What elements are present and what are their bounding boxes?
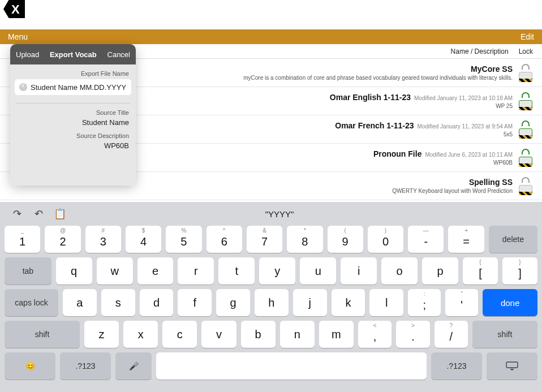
key-m[interactable]: m — [319, 321, 354, 348]
key-1[interactable]: _1 — [5, 226, 40, 253]
key-o[interactable]: o — [381, 257, 418, 285]
key-bracket[interactable]: {[ — [463, 257, 498, 285]
key-q[interactable]: q — [56, 257, 92, 285]
key-=[interactable]: += — [448, 226, 484, 253]
key-e[interactable]: e — [137, 257, 174, 285]
capslock-key[interactable]: caps lock — [5, 289, 58, 316]
key-n[interactable]: n — [280, 321, 315, 348]
lock-icon — [518, 177, 533, 195]
key-t[interactable]: t — [218, 257, 255, 285]
file-title: Spelling SS — [392, 178, 513, 187]
key-punct[interactable]: >. — [396, 321, 429, 348]
key-z[interactable]: z — [84, 321, 119, 348]
title-bar: Menu Edit — [0, 29, 542, 44]
key-h[interactable]: h — [255, 289, 289, 316]
export-filename-input[interactable]: Student Name MM.DD.YYYY — [15, 79, 131, 95]
shift-key-right[interactable]: shift — [472, 321, 537, 348]
file-title: Omar French 1-11-23Modified January 11, … — [335, 121, 513, 130]
emoji-key[interactable]: 😊 — [5, 352, 55, 380]
file-description: WP 25 — [330, 103, 513, 109]
key-x[interactable]: x — [123, 321, 158, 348]
file-modified: Modified January 11, 2023 at 9:54 AM — [418, 123, 513, 130]
key-g[interactable]: g — [216, 289, 250, 316]
key-punct[interactable]: ?/ — [435, 321, 468, 348]
undo-icon[interactable]: ↶ — [32, 207, 45, 221]
key-bracket[interactable]: }] — [502, 257, 537, 285]
header-lock: Lock — [519, 48, 533, 55]
key-s[interactable]: s — [101, 289, 135, 316]
key-d[interactable]: d — [140, 289, 174, 316]
key-p[interactable]: p — [422, 257, 458, 285]
key-9[interactable]: (9 — [328, 226, 363, 253]
shift-key-left[interactable]: shift — [5, 321, 80, 348]
key-4[interactable]: $4 — [126, 226, 161, 253]
key-5[interactable]: %5 — [166, 226, 201, 253]
source-description-value: WP60B — [17, 141, 129, 150]
source-title-label: Source Title — [17, 109, 129, 116]
key-punct[interactable]: :; — [408, 289, 441, 316]
key-k[interactable]: k — [332, 289, 365, 316]
key-y[interactable]: y — [259, 257, 295, 285]
export-filename-label: Export File Name — [10, 64, 136, 79]
key-0[interactable]: )0 — [368, 226, 403, 253]
key-j[interactable]: j — [293, 289, 327, 316]
clipboard-icon[interactable]: 📋 — [53, 207, 67, 221]
key-punct[interactable]: <, — [358, 321, 392, 348]
delete-key[interactable]: delete — [489, 226, 537, 253]
key-v[interactable]: v — [201, 321, 236, 348]
source-description-label: Source Description — [17, 132, 129, 139]
file-title: MyCore SS — [243, 64, 513, 74]
key-a[interactable]: a — [63, 289, 97, 316]
upload-button[interactable]: Upload — [16, 50, 39, 59]
key-punct[interactable]: "' — [445, 289, 478, 316]
cancel-button[interactable]: Cancel — [107, 50, 130, 59]
svg-rect-0 — [506, 362, 518, 368]
numbers-key-right[interactable]: .?123 — [431, 352, 482, 380]
lock-icon — [518, 149, 533, 167]
key--[interactable]: —- — [408, 226, 444, 253]
key-l[interactable]: l — [369, 289, 403, 316]
key-c[interactable]: c — [162, 321, 197, 348]
dictation-key[interactable]: 🎤 — [115, 352, 152, 380]
menu-button[interactable]: Menu — [8, 32, 28, 41]
file-description: QWERTY Keyboard layout with Word Predict… — [392, 188, 513, 194]
key-6[interactable]: ^6 — [207, 226, 242, 253]
clear-text-icon[interactable] — [19, 83, 27, 91]
file-modified: Modified June 6, 2023 at 10:11 AM — [425, 152, 513, 158]
file-description: 5x5 — [335, 131, 513, 137]
key-w[interactable]: w — [97, 257, 133, 285]
key-3[interactable]: #3 — [85, 226, 121, 253]
keyboard-suggestion[interactable]: "YYYY" — [75, 209, 484, 219]
onscreen-keyboard: ↷ ↶ 📋 "YYYY" _1@2#3$4%5^6&7*8(9)0—-+=del… — [0, 202, 542, 392]
done-key[interactable]: done — [483, 289, 537, 316]
numbers-key[interactable]: .?123 — [60, 352, 111, 380]
edit-button[interactable]: Edit — [521, 32, 534, 41]
lock-icon — [518, 64, 533, 82]
key-r[interactable]: r — [178, 257, 214, 285]
key-f[interactable]: f — [178, 289, 212, 316]
lock-icon — [518, 120, 533, 139]
app-logo: X — [0, 0, 25, 18]
export-vocab-popover: Upload Export Vocab Cancel Export File N… — [10, 44, 136, 186]
hide-keyboard-key[interactable] — [487, 352, 537, 380]
file-description: WP60B — [373, 160, 513, 166]
redo-icon[interactable]: ↷ — [10, 207, 24, 221]
file-description: myCore is a combination of core and phra… — [243, 75, 513, 81]
file-modified: Modified January 11, 2023 at 10:18 AM — [414, 95, 513, 101]
key-8[interactable]: *8 — [287, 226, 322, 253]
source-title-value: Student Name — [17, 118, 129, 127]
file-title: Pronoun FileModified June 6, 2023 at 10:… — [373, 149, 513, 158]
tab-key[interactable]: tab — [5, 257, 51, 285]
key-u[interactable]: u — [300, 257, 336, 285]
key-2[interactable]: @2 — [45, 226, 80, 253]
key-7[interactable]: &7 — [247, 226, 282, 253]
header-name: Name / Description — [451, 48, 509, 55]
space-key[interactable] — [156, 352, 427, 380]
lock-icon — [518, 92, 533, 110]
popover-title: Export Vocab — [50, 50, 97, 59]
file-title: Omar English 1-11-23Modified January 11,… — [330, 93, 513, 102]
key-b[interactable]: b — [241, 321, 276, 348]
key-i[interactable]: i — [341, 257, 377, 285]
